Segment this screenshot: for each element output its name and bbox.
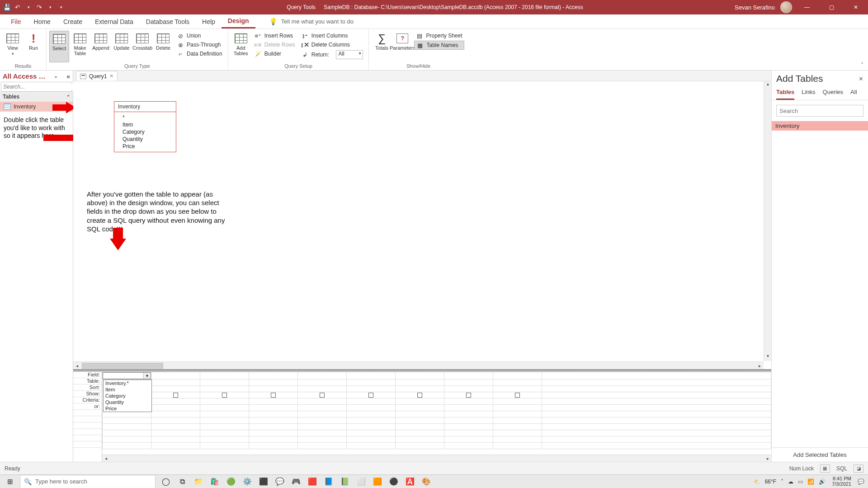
- field-item[interactable]: Item: [114, 121, 176, 128]
- nav-collapse-icon[interactable]: «: [66, 73, 70, 80]
- show-checkbox[interactable]: [368, 393, 373, 398]
- nav-header[interactable]: All Access …: [3, 72, 46, 80]
- sublime-icon[interactable]: 🟧: [372, 476, 383, 488]
- insert-columns-button[interactable]: ⫿⁺Insert Columns: [300, 32, 365, 40]
- xbox-icon[interactable]: 🎮: [290, 476, 302, 488]
- app-icon[interactable]: 🟥: [307, 476, 318, 488]
- add-tables-close-icon[interactable]: ✕: [859, 75, 863, 82]
- github-icon[interactable]: ⚫: [388, 476, 400, 488]
- avatar[interactable]: [780, 1, 792, 13]
- sql-view-button[interactable]: SQL: [836, 465, 847, 472]
- delete-rows-button[interactable]: ≡✕Delete Rows: [253, 41, 297, 49]
- addpane-tab-queries[interactable]: Queries: [823, 87, 844, 100]
- explorer-icon[interactable]: 📁: [193, 476, 204, 488]
- taskbar-search[interactable]: 🔍 Type here to search: [20, 475, 156, 488]
- doc-tab-query1[interactable]: Query1 ✕: [76, 71, 118, 81]
- pass-through-button[interactable]: ⊕Pass-Through: [175, 41, 224, 49]
- show-checkbox[interactable]: [320, 393, 325, 398]
- builder-button[interactable]: 🪄Builder: [253, 50, 297, 58]
- field-category[interactable]: Category: [114, 128, 176, 136]
- cortana-icon[interactable]: ◯: [160, 476, 172, 488]
- tab-help[interactable]: Help: [196, 14, 222, 28]
- save-icon[interactable]: 💾: [3, 3, 11, 11]
- show-checkbox[interactable]: [222, 393, 227, 398]
- field-price[interactable]: Price: [114, 143, 176, 150]
- dd-opt-item[interactable]: Item: [104, 386, 151, 393]
- show-checkbox[interactable]: [515, 393, 520, 398]
- add-selected-tables-button[interactable]: Add Selected Tables: [772, 447, 868, 462]
- volume-icon[interactable]: 🔊: [819, 479, 826, 485]
- paint-icon[interactable]: 🎨: [420, 476, 432, 488]
- chrome-icon[interactable]: 🟢: [225, 476, 237, 488]
- field-dropdown[interactable]: ▼ Inventory.* Item Category Quantity Pri…: [103, 372, 151, 379]
- tab-file[interactable]: File: [5, 14, 28, 28]
- design-canvas[interactable]: Inventory * Item Category Quantity Price…: [73, 81, 771, 369]
- undo-icon[interactable]: ↶: [14, 3, 22, 11]
- append-button[interactable]: Append: [91, 31, 111, 62]
- app-icon[interactable]: 📘: [323, 476, 335, 488]
- task-view-icon[interactable]: ⧉: [176, 476, 188, 488]
- dd-opt-price[interactable]: Price: [104, 405, 151, 412]
- ribbon-collapse-icon[interactable]: ˄: [861, 62, 863, 68]
- qbe-hscroll[interactable]: ◂▸: [102, 455, 771, 462]
- view-button[interactable]: View ▾: [3, 31, 23, 62]
- redo-icon[interactable]: ↷: [35, 3, 43, 11]
- data-definition-button[interactable]: ⌐Data Definition: [175, 50, 224, 58]
- tab-database-tools[interactable]: Database Tools: [140, 14, 196, 28]
- close-button[interactable]: ✕: [846, 0, 865, 14]
- show-checkbox[interactable]: [417, 393, 422, 398]
- steam-icon[interactable]: ⚙️: [241, 476, 253, 488]
- onedrive-icon[interactable]: ☁: [788, 479, 793, 485]
- tab-design[interactable]: Design: [222, 14, 255, 28]
- tab-create[interactable]: Create: [57, 14, 89, 28]
- minimize-button[interactable]: —: [797, 0, 816, 14]
- design-vscroll[interactable]: ▴▾: [764, 81, 771, 361]
- qat-customize-icon[interactable]: ▾: [57, 3, 65, 11]
- addpane-tab-links[interactable]: Links: [802, 87, 815, 100]
- field-star[interactable]: *: [114, 114, 176, 121]
- parameters-button[interactable]: ?Parameters: [392, 31, 412, 62]
- wifi-icon[interactable]: 📶: [807, 479, 814, 485]
- app-icon[interactable]: ⬜: [355, 476, 367, 488]
- tell-me-search[interactable]: 💡 Tell me what you want to do: [269, 14, 354, 28]
- access-icon[interactable]: 🅰️: [404, 476, 416, 488]
- nav-search[interactable]: 🔍: [1, 82, 72, 92]
- update-button[interactable]: Update: [112, 31, 132, 62]
- group-collapse-icon[interactable]: ⌃: [66, 94, 70, 99]
- field-quantity[interactable]: Quantity: [114, 136, 176, 143]
- dd-opt-all[interactable]: Inventory.*: [104, 380, 151, 386]
- table-card-inventory[interactable]: Inventory * Item Category Quantity Price: [114, 101, 176, 152]
- show-checkbox[interactable]: [271, 393, 276, 398]
- make-table-button[interactable]: Make Table: [70, 31, 90, 62]
- add-tables-item-inventory[interactable]: Inventory: [772, 121, 868, 131]
- add-tables-button[interactable]: Add Tables: [231, 31, 251, 62]
- tab-external-data[interactable]: External Data: [89, 14, 140, 28]
- weather-temp[interactable]: 66°F: [765, 479, 776, 485]
- maximize-button[interactable]: ▢: [822, 0, 841, 14]
- nav-group-tables[interactable]: Tables ⌃: [0, 92, 73, 102]
- notifications-icon[interactable]: 💬: [858, 479, 864, 485]
- nav-dropdown-icon[interactable]: ⌄: [54, 73, 58, 79]
- excel-icon[interactable]: 📗: [339, 476, 351, 488]
- close-tab-icon[interactable]: ✕: [109, 73, 113, 79]
- user-name[interactable]: Sevan Serafino: [735, 4, 775, 11]
- datasheet-view-icon[interactable]: ▦: [820, 465, 830, 473]
- chevron-down-icon[interactable]: ▼: [143, 373, 151, 379]
- tray-expand-icon[interactable]: ˄: [781, 479, 783, 485]
- epic-icon[interactable]: ⬛: [258, 476, 269, 488]
- table-names-button[interactable]: ▦Table Names: [414, 41, 464, 50]
- add-tables-search[interactable]: [776, 105, 863, 117]
- select-query-button[interactable]: Select: [49, 31, 69, 62]
- tray-icon[interactable]: ▭: [798, 479, 803, 485]
- redo-dropdown-icon[interactable]: ▾: [46, 3, 54, 11]
- clock[interactable]: 8:41 PM 7/3/2021: [830, 476, 853, 487]
- weather-icon[interactable]: ⛅: [754, 479, 760, 485]
- insert-rows-button[interactable]: ≡⁺Insert Rows: [253, 32, 297, 40]
- add-tables-search-input[interactable]: [777, 105, 863, 116]
- run-button[interactable]: ! Run: [24, 31, 43, 62]
- discord-icon[interactable]: 💬: [274, 476, 286, 488]
- property-sheet-button[interactable]: ▤Property Sheet: [414, 32, 464, 40]
- crosstab-button[interactable]: Crosstab: [132, 31, 152, 62]
- addpane-tab-tables[interactable]: Tables: [776, 87, 794, 100]
- start-button[interactable]: ⊞: [0, 475, 20, 488]
